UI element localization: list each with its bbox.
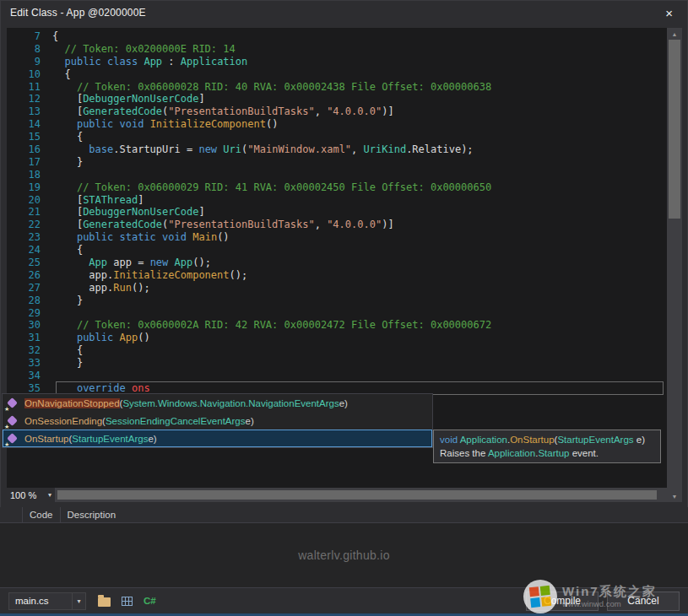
error-list-panel: CodeDescription walterlv.github.io [0,507,688,587]
code-line[interactable]: 33 } [7,357,667,370]
method-icon: ★ [5,414,19,428]
scroll-down-arrow-icon[interactable]: ▼ [667,490,682,502]
vertical-scrollbar[interactable]: ▲ ▼ [667,28,682,502]
code-line[interactable]: 20 [STAThread] [7,194,667,207]
csharp-icon[interactable]: C# [144,596,156,606]
line-number: 27 [7,282,52,294]
code-line[interactable]: 12 [DebuggerNonUserCode] [7,93,667,105]
code-text: { [52,244,83,257]
code-text: { [52,68,71,81]
completion-item[interactable]: ★OnNavigationStopped(System.Windows.Navi… [3,394,432,412]
close-icon[interactable]: × [660,5,678,21]
error-list-body[interactable]: walterlv.github.io [0,523,688,587]
code-line[interactable]: 10 { [7,68,667,81]
code-line[interactable]: 28 } [7,294,667,307]
grid-icon[interactable] [122,597,133,606]
code-text: [GeneratedCode("PresentationBuildTasks",… [52,219,394,231]
code-text: // Token: 0x06000028 RID: 40 RVA: 0x0000… [52,81,491,94]
code-text: app.Run(); [52,282,150,294]
code-text: // Token: 0x0600002A RID: 42 RVA: 0x0000… [52,319,491,332]
open-folder-icon[interactable] [98,597,111,607]
completion-item-name: OnSessionEnding [24,416,102,426]
code-line[interactable]: 30 // Token: 0x0600002A RID: 42 RVA: 0x0… [7,319,667,332]
titlebar[interactable]: Edit Class - App @0200000E × [0,0,688,25]
code-text: public class App : Application [52,56,247,68]
code-line[interactable]: 9 public class App : Application [7,56,667,68]
method-icon: ★ [5,397,19,410]
code-line[interactable]: 13 [GeneratedCode("PresentationBuildTask… [7,105,667,118]
chevron-down-icon: ▾ [72,593,85,609]
code-line[interactable]: 27 app.Run(); [7,282,667,294]
code-text: public App() [52,332,150,344]
code-text: app.InitializeComponent(); [52,269,247,282]
code-line[interactable]: 25 App app = new App(); [7,257,667,269]
line-number: 17 [7,156,52,169]
code-line[interactable]: 11 // Token: 0x06000028 RID: 40 RVA: 0x0… [7,81,667,94]
code-text: [GeneratedCode("PresentationBuildTasks",… [52,105,394,118]
completion-item[interactable]: ★OnStartup(StartupEventArgs e) [3,430,432,447]
code-text: public static void Main() [52,231,230,244]
code-line[interactable]: 22 [GeneratedCode("PresentationBuildTask… [7,219,667,231]
code-line[interactable]: 23 public static void Main() [7,231,667,244]
code-line[interactable]: 16 base.StartupUri = new Uri("MainWindow… [7,143,667,156]
line-number: 24 [7,244,52,257]
column-header-code[interactable]: Code [22,507,60,522]
line-number: 7 [7,30,52,43]
zoom-value: 100 % [10,490,36,500]
completion-item-name: OnNavigationStopped [24,398,120,408]
line-number: 18 [7,169,52,181]
line-number: 14 [7,118,52,131]
code-line[interactable]: 14 public void InitializeComponent() [7,118,667,131]
file-select-value: main.cs [15,596,49,606]
compile-button[interactable]: Compile [526,592,599,611]
editor-bottom-bar: 100 % ▾ [7,488,667,502]
scroll-up-arrow-icon[interactable]: ▲ [667,28,682,40]
line-number: 9 [7,56,52,68]
line-number: 12 [7,93,52,105]
code-line[interactable]: 24 { [7,244,667,257]
code-text: { [52,344,83,357]
code-line[interactable]: 17 } [7,156,667,169]
code-line[interactable]: 26 app.InitializeComponent(); [7,269,667,282]
line-number: 22 [7,219,52,231]
column-header-description[interactable]: Description [60,507,123,522]
code-line[interactable]: 18 [7,169,667,181]
horizontal-scroll-thumb[interactable] [57,490,657,500]
code-line[interactable]: 7{ [7,30,667,43]
code-line[interactable]: 34 [7,370,667,382]
completion-item[interactable]: ★OnSessionEnding(SessionEndingCancelEven… [3,412,432,430]
code-line[interactable]: 29 [7,307,667,320]
line-number: 29 [7,307,52,320]
code-line[interactable]: 19 // Token: 0x06000029 RID: 41 RVA: 0x0… [7,181,667,194]
cancel-button[interactable]: Cancel [607,592,680,611]
completion-tooltip: void Application.OnStartup(StartupEventA… [433,430,661,463]
line-number: 15 [7,131,52,143]
toolbar-icons: C# [98,595,156,607]
line-number: 23 [7,231,52,244]
code-line[interactable]: 31 public App() [7,332,667,344]
error-list-headers: CodeDescription [0,507,688,523]
line-number: 20 [7,194,52,207]
vertical-scroll-thumb[interactable] [669,40,680,219]
window-title: Edit Class - App @0200000E [10,7,146,19]
code-text: } [52,156,83,169]
code-line[interactable]: 8 // Token: 0x0200000E RID: 14 [7,43,667,56]
code-line[interactable]: 15 { [7,131,667,143]
code-text: [STAThread] [52,194,144,207]
code-text: { [52,30,58,43]
header-spacer [0,507,22,522]
chevron-down-icon: ▾ [46,491,51,499]
file-select[interactable]: main.cs ▾ [8,592,86,610]
code-text: // Token: 0x0200000E RID: 14 [52,43,236,56]
code-text: } [52,294,83,307]
line-number: 8 [7,43,52,56]
tooltip-signature: void Application.OnStartup(StartupEventA… [440,433,654,446]
code-text: base.StartupUri = new Uri("MainWindow.xa… [52,143,474,156]
horizontal-scrollbar[interactable] [56,488,667,502]
line-number: 25 [7,257,52,269]
code-line[interactable]: 32 { [7,344,667,357]
code-line[interactable]: 21 [DebuggerNonUserCode] [7,206,667,219]
line-number: 33 [7,357,52,370]
zoom-select[interactable]: 100 % ▾ [7,488,56,502]
line-number: 31 [7,332,52,344]
